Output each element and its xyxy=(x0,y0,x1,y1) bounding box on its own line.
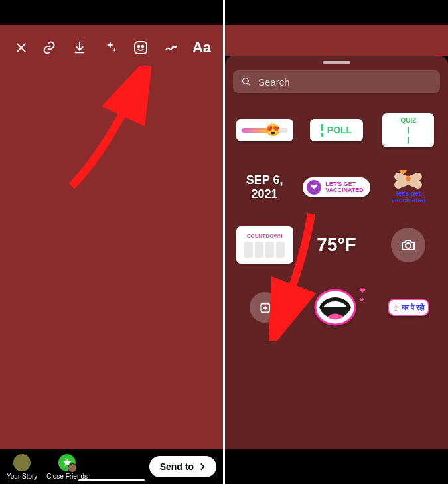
phone-sticker-picker: 😍 POLL QUIZ SEP 6, 2021 ❤ LET'S GET xyxy=(225,0,448,484)
sticker-search[interactable] xyxy=(233,70,440,93)
sticker-grid: 😍 POLL QUIZ SEP 6, 2021 ❤ LET'S GET xyxy=(233,113,440,329)
story-canvas[interactable]: Aa xyxy=(0,25,223,449)
close-friends-target[interactable]: ★ Close Friends xyxy=(46,454,88,480)
search-input[interactable] xyxy=(258,76,432,88)
svg-rect-4 xyxy=(135,42,147,54)
temperature-sticker[interactable]: 75°F xyxy=(317,234,356,256)
gallery-add-sticker[interactable] xyxy=(250,292,280,323)
heart-icon: ❤ xyxy=(307,180,321,195)
your-story-target[interactable]: Your Story xyxy=(7,454,37,480)
bandage-sticker[interactable]: let's get vaccinated xyxy=(392,170,426,204)
sticker-icon[interactable] xyxy=(129,36,153,60)
camera-sticker[interactable] xyxy=(391,228,425,262)
close-icon[interactable] xyxy=(9,36,33,60)
bottom-black-bar xyxy=(225,449,448,484)
link-icon[interactable] xyxy=(37,36,61,60)
svg-point-7 xyxy=(243,78,249,84)
sticker-sheet[interactable]: 😍 POLL QUIZ SEP 6, 2021 ❤ LET'S GET xyxy=(225,56,448,484)
camera-icon xyxy=(400,237,416,253)
close-friends-label: Close Friends xyxy=(46,473,88,480)
quiz-sticker[interactable]: QUIZ xyxy=(382,113,434,147)
draw-icon[interactable] xyxy=(159,36,183,60)
mouth-sticker[interactable]: ❤❤ xyxy=(311,286,362,329)
vaccinated-sticker[interactable]: ❤ LET'S GET VACCINATED xyxy=(303,177,370,197)
chevron-right-icon xyxy=(198,462,207,471)
slider-emoji: 😍 xyxy=(265,123,280,137)
house-icon: ⌂ xyxy=(393,302,398,313)
gallery-add-icon xyxy=(258,300,272,315)
story-canvas-peek xyxy=(225,25,448,56)
quiz-label: QUIZ xyxy=(400,117,416,124)
download-icon[interactable] xyxy=(68,36,92,60)
stay-home-label: घर पे रहो xyxy=(402,303,424,312)
bandage-line2: vaccinated xyxy=(392,197,426,204)
svg-point-6 xyxy=(142,46,143,47)
date-sticker[interactable]: SEP 6, 2021 xyxy=(233,173,296,201)
send-to-label: Send to xyxy=(160,461,194,472)
sparkle-icon[interactable] xyxy=(98,36,122,60)
hearts-icon: ❤❤ xyxy=(359,286,366,303)
phone-story-editor: Aa Your Story ★ Close Friends Send to xyxy=(0,0,223,484)
svg-line-8 xyxy=(248,83,250,85)
nav-indicator xyxy=(78,479,145,481)
vacc-line2: VACCINATED xyxy=(325,187,364,193)
annotation-arrow xyxy=(58,66,158,193)
bandage-icon xyxy=(393,170,423,190)
stay-home-sticker[interactable]: ⌂ घर पे रहो xyxy=(388,299,429,316)
your-story-label: Your Story xyxy=(7,473,37,480)
svg-point-5 xyxy=(138,46,139,47)
poll-sticker[interactable]: POLL xyxy=(310,119,363,141)
search-icon xyxy=(241,76,252,87)
editor-toolbar: Aa xyxy=(0,32,223,64)
countdown-sticker[interactable]: COUNTDOWN xyxy=(236,226,293,264)
sheet-handle[interactable] xyxy=(323,61,350,64)
svg-point-11 xyxy=(406,243,411,248)
text-icon[interactable]: Aa xyxy=(190,36,214,60)
send-to-button[interactable]: Send to xyxy=(149,456,216,477)
poll-label: POLL xyxy=(327,125,352,135)
countdown-label: COUNTDOWN xyxy=(247,233,283,239)
slider-sticker[interactable]: 😍 xyxy=(236,119,293,141)
